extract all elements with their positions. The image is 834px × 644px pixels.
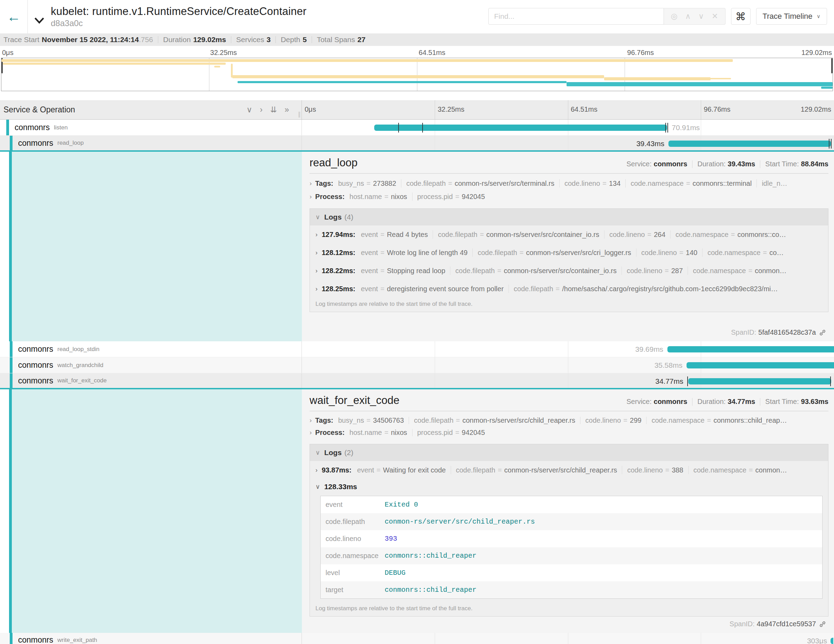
detail-start-value: 93.63ms — [801, 398, 828, 406]
logs-section: ∨ Logs (2) › 93.87ms: event=Waiting for … — [310, 444, 828, 616]
detail-service-value: conmonrs — [654, 398, 688, 406]
minimap-canvas[interactable] — [1, 58, 833, 91]
chevron-right-icon: › — [310, 193, 312, 201]
detail-start-value: 88.84ms — [801, 160, 828, 168]
prev-match-icon[interactable]: ∧ — [685, 12, 691, 21]
logs-header[interactable]: ∨ Logs (4) — [310, 209, 828, 225]
span-id-row: SpanID: 4a947cfd1ce59537 — [310, 616, 828, 629]
copy-link-icon[interactable] — [819, 620, 826, 628]
tags-row[interactable]: › Tags: busy_ns=34506763 code.filepath=c… — [310, 417, 828, 424]
ruler-tick-2: 64.51ms — [571, 105, 598, 113]
span-row-read-loop[interactable]: conmonrs read_loop 39.43ms — [0, 136, 834, 152]
tags-row[interactable]: › Tags: busy_ns=273882 code.filepath=con… — [310, 179, 828, 188]
process-row[interactable]: › Process: host.name=nixos process.pid=9… — [310, 429, 828, 436]
span-bar[interactable] — [668, 141, 831, 147]
collapse-one-icon[interactable]: ∨ — [246, 105, 252, 115]
logs-label: Logs — [324, 448, 341, 457]
minimap-span-line — [710, 78, 731, 79]
detail-duration-value: 39.43ms — [727, 160, 755, 168]
minimap-tick-3: 96.76ms — [627, 49, 654, 57]
service-operation-header: Service & Operation — [3, 105, 75, 115]
copy-link-icon[interactable] — [819, 329, 826, 337]
service-name: conmonrs — [18, 345, 53, 354]
minimap-span-line — [238, 81, 567, 83]
command-icon: ⌘ — [735, 10, 746, 23]
detail-title: read_loop — [310, 157, 357, 169]
span-duration-label: 39.43ms — [637, 139, 664, 148]
span-tick-mark — [665, 123, 666, 133]
chevron-right-icon: › — [310, 417, 312, 424]
service-color-bar — [10, 341, 13, 357]
log-entry[interactable]: › 128.22ms: event=Stopping read loop cod… — [310, 262, 828, 280]
chevron-down-icon: ∨ — [315, 213, 320, 221]
total-spans-label: Total Spans — [317, 36, 355, 44]
span-bar[interactable] — [668, 346, 834, 353]
span-bar[interactable] — [687, 362, 834, 369]
next-match-icon[interactable]: ∨ — [698, 12, 704, 21]
process-row[interactable]: › Process: host.name=nixos process.pid=9… — [310, 193, 828, 201]
log-entry-expanded-header[interactable]: ∨ 128.33ms — [310, 479, 828, 493]
logs-footnote: Log timestamps are relative to the start… — [310, 298, 828, 312]
span-bar[interactable] — [374, 125, 667, 131]
log-time: 128.33ms — [324, 482, 357, 491]
log-entry[interactable]: › 128.25ms: event=deregistering event so… — [310, 280, 828, 298]
logs-header[interactable]: ∨ Logs (2) — [310, 444, 828, 461]
span-row-write-exit-path[interactable]: conmonrs write_exit_path 303μs — [0, 633, 834, 644]
span-id-label: SpanID: — [731, 328, 756, 337]
chevron-down-icon: ∨ — [816, 13, 820, 19]
trace-summary-bar: Trace Start November 15 2022, 11:24:14 .… — [0, 33, 834, 46]
page-title: kubelet: runtime.v1.RuntimeService/Creat… — [51, 5, 306, 18]
span-duration-label: 35.58ms — [655, 361, 683, 369]
span-table-header: Service & Operation ∨ › ⇊ » ∥ 0μs 32.25m… — [0, 100, 834, 120]
log-entry[interactable]: › 128.12ms: event=Wrote log line of leng… — [310, 244, 828, 262]
chevron-right-icon: › — [315, 285, 318, 293]
logs-label: Logs — [324, 213, 341, 221]
minimap-tick-2: 64.51ms — [419, 49, 446, 57]
span-id-row: SpanID: 5faf48165428c37a — [310, 325, 828, 337]
span-row-read-loop-stdin[interactable]: conmonrs read_loop_stdin 39.69ms — [0, 341, 834, 357]
span-tick-mark — [398, 123, 399, 133]
span-row-listen[interactable]: conmonrs listen 70.91ms — [0, 120, 834, 136]
find-input[interactable] — [488, 8, 664, 25]
clear-find-icon[interactable]: ✕ — [711, 12, 718, 21]
minimap-span-line — [821, 87, 832, 89]
minimap-tick-1: 32.25ms — [210, 49, 237, 57]
minimap-viewport-right-handle[interactable] — [831, 58, 832, 73]
service-color-bar — [10, 357, 13, 373]
operation-name: watch_grandchild — [57, 362, 103, 369]
span-duration-label: 39.69ms — [635, 345, 664, 353]
collapse-title-chevron-icon[interactable] — [34, 17, 45, 25]
log-entry[interactable]: › 93.87ms: event=Waiting for exit code c… — [310, 461, 828, 479]
ruler-tick-3: 96.76ms — [704, 105, 731, 113]
operation-name: read_loop_stdin — [57, 346, 99, 353]
chevron-right-icon: › — [310, 180, 312, 187]
ruler-tick-0: 0μs — [305, 105, 316, 113]
log-entry[interactable]: › 127.94ms: event=Read 4 bytes code.file… — [310, 225, 828, 244]
span-bar[interactable] — [831, 638, 833, 644]
expand-all-icon[interactable]: » — [284, 105, 289, 115]
span-duration-label: 303μs — [807, 637, 827, 644]
column-resize-grip[interactable]: ∥ — [298, 111, 301, 118]
chevron-right-icon: › — [315, 466, 318, 474]
span-row-wait-for-exit-code[interactable]: conmonrs wait_for_exit_code 34.77ms — [0, 373, 834, 389]
log-field-row: level DEBUG — [321, 564, 822, 581]
span-bar[interactable] — [688, 378, 832, 384]
detail-start-label: Start Time: — [765, 398, 799, 406]
view-selector-button[interactable]: Trace Timeline ∨ — [756, 8, 827, 25]
span-row-watch-grandchild[interactable]: conmonrs watch_grandchild 35.58ms — [0, 357, 834, 373]
span-id-label: SpanID: — [730, 620, 755, 628]
span-tick-mark — [830, 377, 831, 386]
chevron-right-icon: › — [315, 249, 318, 256]
depth-label: Depth — [281, 36, 300, 44]
services-value: 3 — [267, 36, 271, 44]
keyboard-shortcuts-button[interactable]: ⌘ — [731, 8, 750, 25]
minimap-span-line — [2, 59, 733, 62]
collapse-all-icon[interactable]: ⇊ — [270, 105, 277, 115]
back-button[interactable]: ← — [0, 0, 28, 33]
logs-count: (2) — [344, 448, 353, 457]
match-target-icon[interactable]: ◎ — [671, 12, 677, 21]
minimap-span-line — [567, 82, 832, 86]
detail-duration-label: Duration: — [697, 398, 726, 406]
trace-id: d8a3a0c — [51, 18, 306, 28]
expand-one-icon[interactable]: › — [260, 105, 263, 115]
